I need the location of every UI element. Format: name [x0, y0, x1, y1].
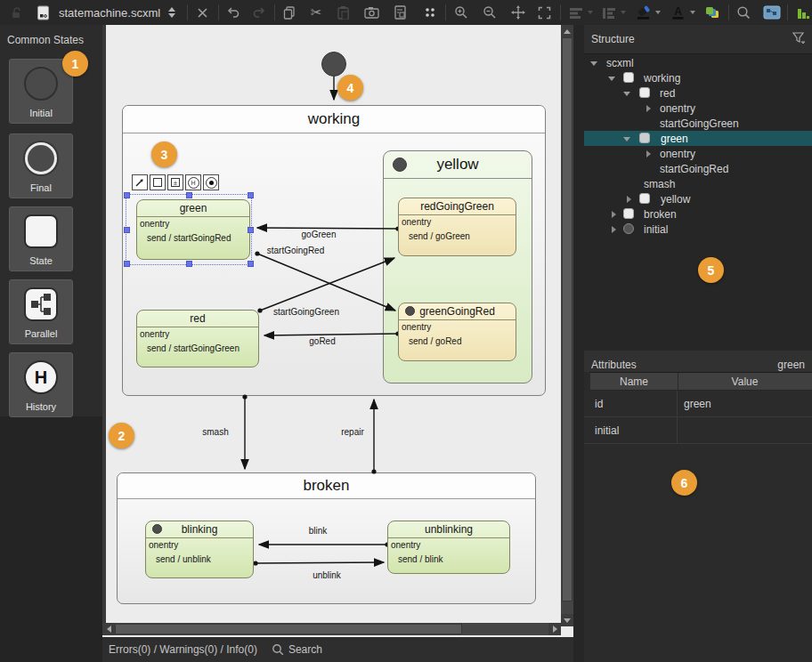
selection-rectangle[interactable]: [126, 194, 252, 265]
annotation-badge-1: 1: [62, 51, 88, 77]
transition-label-blink[interactable]: blink: [309, 526, 328, 536]
screenshot-icon[interactable]: [362, 2, 380, 23]
tree-item-onentry-red[interactable]: onentry: [584, 101, 812, 116]
state-unblinking[interactable]: unblinking onentry send / blink: [387, 521, 510, 574]
column-name[interactable]: Name: [589, 373, 678, 391]
align-caret-icon[interactable]: [588, 11, 593, 14]
statistics-icon[interactable]: [794, 2, 812, 23]
search-icon[interactable]: [735, 2, 752, 23]
fit-screen-icon[interactable]: [536, 2, 554, 23]
selection-handle[interactable]: [186, 192, 192, 198]
tool-transition-icon[interactable]: [132, 174, 148, 190]
state-redGoingGreen[interactable]: redGoingGreen onentry send / goGreen: [398, 198, 516, 256]
paste-icon[interactable]: [334, 2, 352, 23]
canvas-horizontal-scrollbar[interactable]: [102, 623, 561, 635]
tree-item-startGoingGreen[interactable]: startGoingGreen: [584, 116, 812, 131]
distribute-states-icon[interactable]: [600, 2, 618, 23]
scroll-right-button[interactable]: [548, 623, 561, 635]
tool-parallel-icon[interactable]: ±: [167, 174, 183, 190]
transition-label-goRed[interactable]: goRed: [309, 336, 335, 346]
redo-icon[interactable]: [250, 2, 268, 23]
panel-splitter[interactable]: [573, 25, 584, 662]
palette-item-history[interactable]: H History: [9, 352, 73, 417]
selection-handle[interactable]: [248, 227, 254, 233]
palette-item-final[interactable]: Final: [9, 133, 73, 198]
export-image-icon[interactable]: [391, 2, 409, 23]
fill-color-caret-icon[interactable]: [655, 11, 661, 14]
messages-summary[interactable]: Errors(0) / Warnings(0) / Info(0): [109, 643, 257, 656]
magnet-grid-icon[interactable]: [421, 2, 439, 23]
palette-item-state[interactable]: State: [9, 206, 73, 271]
tool-final-icon[interactable]: [203, 174, 219, 190]
state-icon: [639, 87, 650, 98]
column-value[interactable]: Value: [678, 373, 812, 391]
transition-label-repair[interactable]: repair: [341, 427, 364, 437]
tree-item-smash[interactable]: smash: [584, 176, 812, 191]
transition-label-startGoingRed[interactable]: startGoingRed: [267, 246, 324, 255]
expander-icon[interactable]: [645, 150, 652, 157]
lock-icon[interactable]: [7, 2, 25, 23]
selection-handle[interactable]: [124, 192, 130, 198]
navigator-icon[interactable]: [763, 2, 781, 23]
tree-item-startGoingRed[interactable]: startGoingRed: [584, 161, 812, 176]
tool-history-icon[interactable]: H: [185, 174, 201, 190]
tree-item-onentry-green[interactable]: onentry: [584, 146, 812, 161]
attribute-row-initial[interactable]: initial: [584, 417, 812, 444]
undo-icon[interactable]: [225, 2, 243, 23]
close-document-icon[interactable]: [194, 2, 212, 23]
diagram-canvas[interactable]: working yellow ± H: [102, 25, 561, 623]
color-theme-icon[interactable]: [704, 2, 722, 23]
transition-label-goGreen[interactable]: goGreen: [302, 230, 337, 239]
selection-handle[interactable]: [124, 261, 130, 267]
tree-item-initial[interactable]: initial: [584, 222, 812, 237]
attribute-row-id[interactable]: id green: [584, 391, 812, 417]
tree-item-red[interactable]: red: [584, 85, 812, 101]
transition-label-smash[interactable]: smash: [202, 427, 228, 437]
horizontal-scroll-thumb[interactable]: [115, 624, 462, 634]
tree-item-green-selected[interactable]: green: [584, 131, 812, 146]
selection-handle[interactable]: [248, 261, 254, 267]
selection-handle[interactable]: [124, 227, 130, 233]
palette-item-parallel[interactable]: Parallel: [9, 279, 73, 344]
search-field[interactable]: Search: [272, 643, 322, 656]
vertical-scroll-thumb[interactable]: [562, 37, 572, 601]
selection-handle[interactable]: [186, 261, 192, 267]
state-red[interactable]: red onentry send / startGoingGreen: [136, 310, 259, 367]
filter-icon[interactable]: [792, 32, 805, 46]
expander-icon[interactable]: [645, 105, 652, 112]
fill-color-icon[interactable]: [635, 2, 653, 23]
expander-icon[interactable]: [625, 196, 632, 203]
expander-icon[interactable]: [623, 90, 630, 97]
zoom-out-icon[interactable]: [481, 2, 499, 23]
align-states-icon[interactable]: [567, 2, 585, 23]
distribute-caret-icon[interactable]: [621, 11, 626, 14]
font-color-icon[interactable]: A: [670, 2, 687, 23]
state-redGoingGreen-onentry: onentry: [399, 215, 516, 227]
expander-icon[interactable]: [610, 211, 617, 218]
expander-icon[interactable]: [610, 226, 617, 233]
scroll-left-button[interactable]: [102, 623, 115, 635]
expander-icon[interactable]: [623, 135, 630, 142]
tool-state-icon[interactable]: [150, 174, 166, 190]
state-blinking[interactable]: blinking onentry send / unblink: [145, 521, 254, 578]
expander-icon[interactable]: [608, 75, 615, 82]
zoom-in-icon[interactable]: [452, 2, 470, 23]
font-color-caret-icon[interactable]: [690, 11, 695, 14]
scroll-down-button[interactable]: [561, 614, 573, 626]
selection-handle[interactable]: [248, 192, 254, 198]
transition-label-startGoingGreen[interactable]: startGoingGreen: [273, 307, 339, 317]
expander-icon[interactable]: [590, 60, 597, 67]
pan-icon[interactable]: [509, 2, 527, 23]
tree-item-broken[interactable]: broken: [584, 206, 812, 222]
cut-icon[interactable]: ✂: [307, 2, 325, 23]
document-switcher-spinner[interactable]: [163, 2, 181, 23]
copy-icon[interactable]: [280, 2, 298, 23]
tree-item-working[interactable]: working: [584, 70, 812, 85]
annotation-badge-6: 6: [671, 470, 697, 496]
tree-item-scxml[interactable]: scxml: [584, 55, 812, 70]
canvas-vertical-scrollbar[interactable]: [561, 25, 573, 626]
state-greenGoingRed[interactable]: greenGoingRed onentry send / goRed: [398, 303, 516, 361]
scroll-up-button[interactable]: [561, 25, 573, 37]
tree-item-yellow[interactable]: yellow: [584, 191, 812, 206]
transition-label-unblink[interactable]: unblink: [313, 570, 341, 580]
